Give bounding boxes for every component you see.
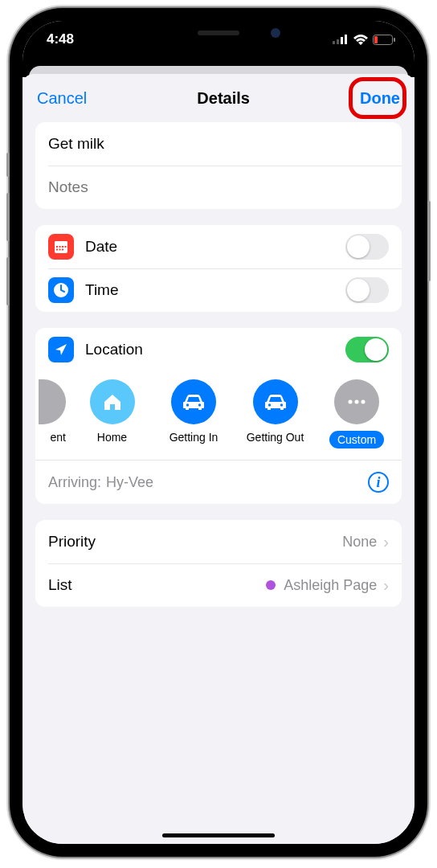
location-options: ent Home Getting In [35, 371, 402, 460]
svg-rect-5 [374, 36, 378, 43]
svg-rect-10 [59, 246, 61, 248]
chevron-right-icon: › [383, 576, 389, 595]
chevron-right-icon: › [383, 533, 389, 551]
done-button[interactable]: Done [360, 89, 400, 108]
info-icon[interactable]: i [368, 472, 389, 493]
svg-rect-3 [345, 35, 347, 44]
date-toggle[interactable] [345, 234, 389, 260]
battery-icon [373, 35, 395, 45]
svg-point-22 [355, 400, 359, 404]
location-label: Location [85, 341, 345, 358]
svg-point-19 [268, 403, 270, 406]
list-color-dot [266, 580, 276, 590]
location-option-getting-in[interactable]: Getting In [158, 379, 229, 448]
time-row: Time [35, 268, 402, 312]
svg-rect-13 [56, 249, 58, 251]
cellular-icon [333, 35, 349, 44]
priority-row[interactable]: Priority None › [35, 520, 402, 563]
wifi-icon [353, 35, 368, 45]
time-label: Time [85, 281, 345, 299]
location-option-custom[interactable]: Custom [321, 379, 392, 448]
date-label: Date [85, 238, 345, 256]
date-time-group: Date Time [35, 225, 402, 312]
cancel-button[interactable]: Cancel [37, 89, 87, 108]
list-label: List [48, 576, 266, 594]
svg-point-23 [361, 400, 366, 404]
priority-list-group: Priority None › List Ashleigh Page › [35, 520, 402, 607]
svg-rect-14 [59, 249, 61, 251]
car-icon [181, 392, 206, 411]
svg-rect-0 [333, 41, 335, 44]
location-arrow-icon [48, 337, 74, 362]
svg-rect-8 [55, 241, 67, 244]
date-row: Date [35, 225, 402, 268]
location-option-getting-out[interactable]: Getting Out [240, 379, 311, 448]
svg-point-17 [186, 403, 189, 406]
svg-rect-15 [62, 249, 63, 251]
svg-point-20 [280, 403, 282, 406]
car-icon [263, 392, 288, 411]
svg-point-18 [198, 403, 201, 406]
status-time: 4:48 [47, 31, 74, 47]
home-icon [101, 391, 124, 413]
location-row: Location [35, 328, 402, 371]
priority-value: None [342, 534, 377, 551]
more-icon [347, 399, 366, 404]
svg-rect-9 [56, 246, 58, 248]
clock-icon [48, 277, 74, 303]
list-value: Ashleigh Page [284, 577, 377, 594]
svg-rect-11 [62, 246, 63, 248]
location-option-current[interactable]: ent [35, 379, 66, 448]
svg-rect-12 [65, 246, 67, 248]
svg-rect-2 [341, 37, 343, 44]
home-indicator[interactable] [162, 833, 275, 837]
notes-input[interactable] [48, 167, 389, 207]
list-row[interactable]: List Ashleigh Page › [35, 563, 402, 607]
location-option-home[interactable]: Home [77, 379, 148, 448]
svg-point-21 [349, 400, 353, 404]
priority-label: Priority [48, 533, 342, 551]
arriving-value: Hy-Vee [106, 474, 153, 491]
location-toggle[interactable] [345, 337, 389, 362]
location-group: Location ent Home [35, 328, 402, 504]
nav-bar: Cancel Details Done [22, 74, 415, 122]
arriving-prefix: Arriving: [48, 474, 101, 491]
svg-rect-6 [394, 38, 395, 42]
time-toggle[interactable] [345, 277, 389, 303]
svg-rect-1 [337, 39, 339, 44]
page-title: Details [197, 89, 250, 108]
arriving-row[interactable]: Arriving: Hy-Vee i [35, 460, 402, 504]
title-input[interactable] [48, 124, 389, 164]
calendar-icon [48, 234, 74, 260]
title-notes-group [35, 122, 402, 209]
